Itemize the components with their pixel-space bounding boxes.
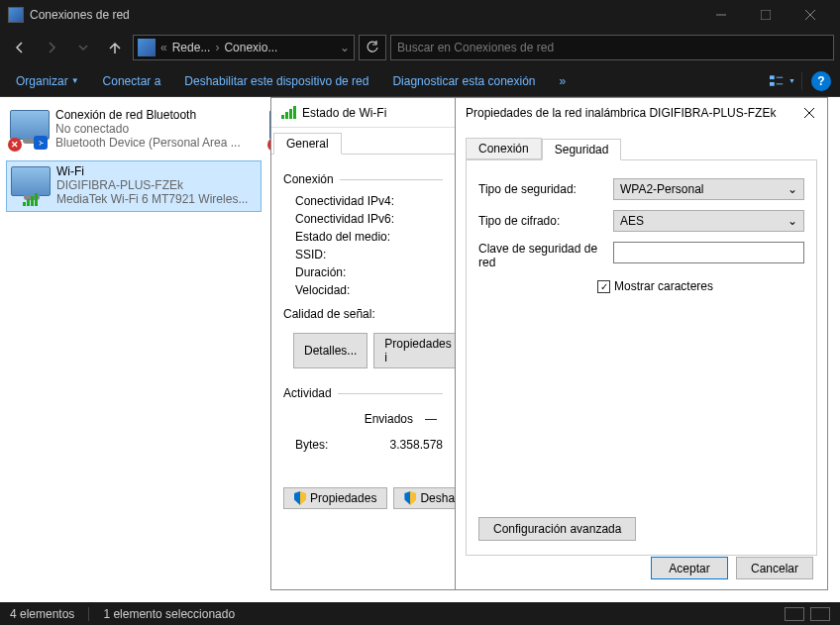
security-type-select[interactable]: WPA2-Personal⌄	[613, 178, 804, 200]
dialog-title: Propiedades de la red inalámbrica DIGIFI…	[466, 106, 776, 120]
details-button[interactable]: Detalles...	[293, 333, 368, 368]
encryption-type-select[interactable]: AES⌄	[613, 210, 804, 232]
maximize-button[interactable]	[743, 0, 788, 30]
security-type-label: Tipo de seguridad:	[478, 182, 613, 196]
shield-icon	[294, 491, 306, 505]
section-connection: Conexión	[283, 172, 443, 186]
bytes-label: Bytes:	[295, 438, 390, 452]
error-x-icon: ✕	[8, 138, 22, 152]
chevron-down-icon: ▼	[788, 77, 795, 84]
advanced-config-button[interactable]: Configuración avanzada	[478, 517, 636, 541]
refresh-button[interactable]	[359, 35, 386, 60]
cancel-button[interactable]: Cancelar	[736, 557, 813, 579]
svg-rect-5	[770, 81, 775, 85]
activity-separator: —	[425, 412, 437, 426]
wifi-signal-icon	[281, 106, 296, 119]
close-button[interactable]	[801, 105, 817, 121]
app-icon	[8, 7, 24, 23]
statusbar: 4 elementos 1 elemento seleccionado	[0, 602, 840, 625]
show-characters-checkbox[interactable]: ✓	[597, 280, 610, 293]
section-activity: Actividad	[283, 386, 443, 400]
separator	[88, 607, 89, 621]
svg-rect-1	[761, 10, 771, 20]
diagnose-button[interactable]: Diagnosticar esta conexión	[382, 70, 545, 92]
search-placeholder: Buscar en Conexiones de red	[397, 41, 554, 54]
show-characters-label: Mostrar caracteres	[614, 279, 713, 293]
chevron-down-icon: ▼	[71, 76, 79, 85]
encryption-type-label: Tipo de cifrado:	[478, 214, 613, 228]
help-button[interactable]: ?	[808, 68, 834, 94]
view-details-icon[interactable]	[785, 607, 804, 621]
address-dropdown[interactable]: ⌄	[340, 41, 350, 54]
status-selected-count: 1 elemento seleccionado	[103, 607, 235, 621]
more-commands-button[interactable]: »	[550, 70, 577, 92]
connection-name: Conexión de red Bluetooth	[55, 108, 258, 122]
content-area: ✕ ᚛ Conexión de red Bluetooth No conecta…	[0, 97, 840, 612]
field-media-state: Estado del medio:	[283, 228, 443, 246]
titlebar: Conexiones de red	[0, 0, 840, 30]
ok-button[interactable]: Aceptar	[651, 557, 728, 579]
chevron-left-icon: «	[158, 41, 170, 54]
connection-name: Wi-Fi	[56, 164, 257, 178]
status-window-title: Estado de Wi-Fi	[302, 106, 386, 120]
activity-sent-label: Enviados	[365, 412, 419, 426]
connect-to-button[interactable]: Conectar a	[93, 70, 171, 92]
field-duration: Duración:	[283, 263, 443, 281]
status-titlebar: Estado de Wi-Fi	[271, 98, 455, 128]
history-dropdown[interactable]	[69, 34, 97, 61]
wifi-signal-icon	[23, 193, 38, 206]
bluetooth-icon: ᚛	[34, 136, 48, 150]
address-bar[interactable]: « Rede... › Conexio... ⌄	[133, 35, 355, 60]
properties-button[interactable]: Propiedades	[283, 487, 387, 509]
shield-icon	[404, 491, 416, 505]
navbar: « Rede... › Conexio... ⌄ Buscar en Conex…	[0, 30, 840, 65]
chevron-down-icon: ⌄	[788, 214, 797, 228]
monitor-icon	[11, 166, 51, 196]
wireless-properties-button[interactable]: Propiedades i	[373, 333, 462, 368]
forward-button[interactable]	[38, 34, 65, 61]
tab-connection[interactable]: Conexión	[466, 138, 542, 159]
security-key-label: Clave de seguridad de red	[478, 242, 613, 269]
status-item-count: 4 elementos	[10, 607, 74, 621]
breadcrumb-segment[interactable]: Rede...	[172, 41, 211, 54]
field-ipv6: Conectividad IPv6:	[283, 210, 443, 228]
connection-status: No conectado	[55, 122, 258, 136]
tab-security[interactable]: Seguridad	[542, 139, 622, 160]
field-ssid: SSID:	[283, 246, 443, 263]
minimize-button[interactable]	[698, 0, 743, 30]
separator	[801, 72, 802, 90]
dialog-titlebar: Propiedades de la red inalámbrica DIGIFI…	[456, 98, 827, 128]
security-key-input[interactable]	[613, 242, 804, 263]
connection-status: DIGIFIBRA-PLUS-FZEk	[56, 178, 257, 192]
view-options-button[interactable]: ▼	[770, 68, 795, 94]
wifi-status-window: Estado de Wi-Fi General Conexión Conecti…	[270, 97, 456, 590]
close-button[interactable]	[788, 0, 832, 30]
location-icon	[138, 39, 156, 56]
svg-rect-4	[770, 75, 775, 79]
up-button[interactable]	[101, 34, 129, 61]
tab-general[interactable]: General	[273, 133, 342, 155]
chevron-down-icon: ⌄	[788, 182, 797, 196]
toolbar: Organizar▼ Conectar a Deshabilitar este …	[0, 65, 840, 97]
organize-button[interactable]: Organizar▼	[6, 70, 89, 92]
chevron-right-icon: ›	[212, 41, 222, 54]
breadcrumb-segment[interactable]: Conexio...	[224, 41, 277, 54]
bytes-sent-value: 3.358.578	[390, 438, 443, 452]
window-title: Conexiones de red	[30, 8, 698, 22]
connection-item-wifi[interactable]: Wi-Fi DIGIFIBRA-PLUS-FZEk MediaTek Wi-Fi…	[6, 160, 262, 212]
view-large-icon[interactable]	[810, 607, 830, 621]
wireless-properties-dialog: Propiedades de la red inalámbrica DIGIFI…	[455, 97, 828, 590]
search-input[interactable]: Buscar en Conexiones de red	[390, 35, 834, 60]
field-signal-quality: Calidad de señal:	[283, 305, 443, 323]
back-button[interactable]	[6, 34, 34, 61]
disable-device-button[interactable]: Deshabilitar este dispositivo de red	[174, 70, 378, 92]
connection-device: MediaTek Wi-Fi 6 MT7921 Wireles...	[56, 192, 257, 206]
field-speed: Velocidad:	[283, 281, 443, 299]
connection-device: Bluetooth Device (Personal Area ...	[55, 136, 258, 150]
connection-item-bluetooth[interactable]: ✕ ᚛ Conexión de red Bluetooth No conecta…	[6, 105, 262, 156]
help-icon: ?	[811, 71, 831, 91]
field-ipv4: Conectividad IPv4:	[283, 192, 443, 210]
